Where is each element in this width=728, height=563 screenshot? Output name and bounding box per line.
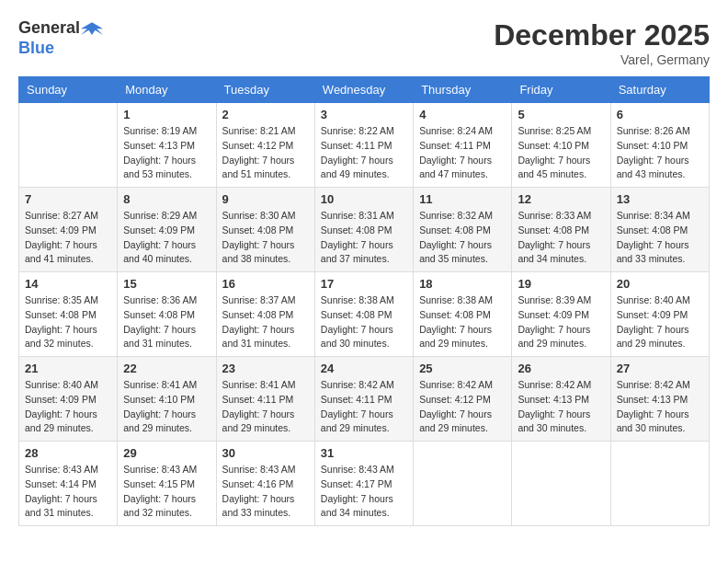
day-number: 12: [518, 192, 604, 206]
day-number: 19: [518, 277, 604, 291]
table-row: 29 Sunrise: 8:43 AM Sunset: 4:15 PM Dayl…: [118, 442, 216, 526]
table-row: 15 Sunrise: 8:36 AM Sunset: 4:08 PM Dayl…: [118, 272, 216, 357]
table-row: 11 Sunrise: 8:32 AM Sunset: 4:08 PM Dayl…: [414, 188, 512, 272]
daylight-text: Daylight: 7 hours and 38 minutes.: [222, 239, 295, 265]
day-info: Sunrise: 8:42 AM Sunset: 4:13 PM Dayligh…: [518, 378, 604, 436]
sunrise-text: Sunrise: 8:24 AM: [419, 125, 493, 136]
header-saturday: Saturday: [610, 77, 709, 103]
sunrise-text: Sunrise: 8:39 AM: [518, 294, 591, 305]
sunset-text: Sunset: 4:09 PM: [617, 309, 688, 320]
header-tuesday: Tuesday: [216, 77, 314, 103]
day-info: Sunrise: 8:26 AM Sunset: 4:10 PM Dayligh…: [617, 124, 703, 182]
day-number: 25: [419, 362, 506, 375]
day-info: Sunrise: 8:25 AM Sunset: 4:10 PM Dayligh…: [518, 124, 604, 182]
sunrise-text: Sunrise: 8:43 AM: [123, 464, 197, 475]
daylight-text: Daylight: 7 hours and 29 minutes.: [419, 408, 492, 434]
day-info: Sunrise: 8:33 AM Sunset: 4:08 PM Dayligh…: [518, 209, 604, 267]
daylight-text: Daylight: 7 hours and 53 minutes.: [123, 155, 196, 180]
table-row: 30 Sunrise: 8:43 AM Sunset: 4:16 PM Dayl…: [216, 442, 314, 526]
daylight-text: Daylight: 7 hours and 31 minutes.: [222, 324, 295, 350]
sunrise-text: Sunrise: 8:41 AM: [222, 379, 296, 390]
header-thursday: Thursday: [414, 77, 512, 103]
sunset-text: Sunset: 4:08 PM: [123, 309, 195, 320]
table-row: 10 Sunrise: 8:31 AM Sunset: 4:08 PM Dayl…: [314, 188, 413, 272]
page-header: General Blue December 2025 Varel, German…: [18, 18, 710, 67]
table-row: 28 Sunrise: 8:43 AM Sunset: 4:14 PM Dayl…: [19, 442, 118, 526]
calendar-week-5: 28 Sunrise: 8:43 AM Sunset: 4:14 PM Dayl…: [19, 442, 710, 526]
table-row: 7 Sunrise: 8:27 AM Sunset: 4:09 PM Dayli…: [19, 188, 118, 272]
table-row: 22 Sunrise: 8:41 AM Sunset: 4:10 PM Dayl…: [118, 357, 216, 442]
sunrise-text: Sunrise: 8:19 AM: [123, 125, 197, 136]
table-row: 27 Sunrise: 8:42 AM Sunset: 4:13 PM Dayl…: [610, 357, 709, 442]
sunrise-text: Sunrise: 8:21 AM: [222, 125, 296, 136]
table-row: 20 Sunrise: 8:40 AM Sunset: 4:09 PM Dayl…: [610, 272, 709, 357]
table-row: 4 Sunrise: 8:24 AM Sunset: 4:11 PM Dayli…: [414, 103, 512, 188]
day-number: 5: [518, 108, 604, 121]
sunset-text: Sunset: 4:09 PM: [518, 309, 589, 320]
table-row: 16 Sunrise: 8:37 AM Sunset: 4:08 PM Dayl…: [216, 272, 314, 357]
day-number: 13: [617, 192, 703, 206]
table-row: 21 Sunrise: 8:40 AM Sunset: 4:09 PM Dayl…: [19, 357, 118, 442]
sunrise-text: Sunrise: 8:30 AM: [222, 210, 296, 221]
calendar-table: Sunday Monday Tuesday Wednesday Thursday…: [18, 76, 710, 526]
day-info: Sunrise: 8:19 AM Sunset: 4:13 PM Dayligh…: [123, 124, 210, 182]
sunrise-text: Sunrise: 8:38 AM: [419, 294, 493, 305]
table-row: 6 Sunrise: 8:26 AM Sunset: 4:10 PM Dayli…: [610, 103, 709, 188]
day-info: Sunrise: 8:42 AM Sunset: 4:13 PM Dayligh…: [617, 378, 703, 436]
day-info: Sunrise: 8:29 AM Sunset: 4:09 PM Dayligh…: [123, 209, 210, 267]
header-friday: Friday: [512, 77, 610, 103]
daylight-text: Daylight: 7 hours and 45 minutes.: [518, 155, 590, 180]
sunset-text: Sunset: 4:13 PM: [123, 140, 195, 151]
day-number: 4: [419, 108, 506, 121]
sunset-text: Sunset: 4:08 PM: [25, 309, 97, 320]
day-info: Sunrise: 8:35 AM Sunset: 4:08 PM Dayligh…: [25, 293, 111, 351]
sunrise-text: Sunrise: 8:22 AM: [321, 125, 394, 136]
daylight-text: Daylight: 7 hours and 34 minutes.: [321, 493, 393, 519]
sunset-text: Sunset: 4:08 PM: [419, 224, 491, 236]
day-number: 21: [25, 362, 111, 375]
day-number: 30: [222, 446, 309, 460]
table-row: 3 Sunrise: 8:22 AM Sunset: 4:11 PM Dayli…: [314, 103, 413, 188]
daylight-text: Daylight: 7 hours and 41 minutes.: [25, 239, 97, 265]
day-number: 31: [321, 446, 407, 460]
month-title: December 2025: [494, 18, 710, 52]
sunrise-text: Sunrise: 8:38 AM: [321, 294, 394, 305]
daylight-text: Daylight: 7 hours and 29 minutes.: [419, 324, 492, 350]
table-row: 19 Sunrise: 8:39 AM Sunset: 4:09 PM Dayl…: [512, 272, 610, 357]
day-info: Sunrise: 8:27 AM Sunset: 4:09 PM Dayligh…: [25, 209, 111, 267]
day-number: 8: [123, 192, 210, 206]
sunrise-text: Sunrise: 8:31 AM: [321, 210, 394, 221]
daylight-text: Daylight: 7 hours and 30 minutes.: [518, 408, 590, 434]
sunrise-text: Sunrise: 8:42 AM: [321, 379, 394, 390]
daylight-text: Daylight: 7 hours and 29 minutes.: [123, 408, 196, 434]
sunrise-text: Sunrise: 8:36 AM: [123, 294, 197, 305]
sunset-text: Sunset: 4:15 PM: [123, 478, 195, 489]
table-row: 14 Sunrise: 8:35 AM Sunset: 4:08 PM Dayl…: [19, 272, 118, 357]
sunrise-text: Sunrise: 8:40 AM: [25, 379, 98, 390]
sunrise-text: Sunrise: 8:25 AM: [518, 125, 591, 136]
daylight-text: Daylight: 7 hours and 32 minutes.: [25, 324, 97, 350]
day-number: 14: [25, 277, 111, 291]
day-info: Sunrise: 8:34 AM Sunset: 4:08 PM Dayligh…: [617, 209, 703, 267]
calendar-week-3: 14 Sunrise: 8:35 AM Sunset: 4:08 PM Dayl…: [19, 272, 710, 357]
daylight-text: Daylight: 7 hours and 33 minutes.: [617, 239, 689, 265]
sunrise-text: Sunrise: 8:27 AM: [25, 210, 98, 221]
header-monday: Monday: [118, 77, 216, 103]
calendar-header-row: Sunday Monday Tuesday Wednesday Thursday…: [19, 77, 710, 103]
day-number: 29: [123, 446, 210, 460]
daylight-text: Daylight: 7 hours and 34 minutes.: [518, 239, 590, 265]
day-number: 18: [419, 277, 506, 291]
day-number: 11: [419, 192, 506, 206]
table-row: 23 Sunrise: 8:41 AM Sunset: 4:11 PM Dayl…: [216, 357, 314, 442]
day-info: Sunrise: 8:37 AM Sunset: 4:08 PM Dayligh…: [222, 293, 309, 351]
table-row: [610, 442, 709, 526]
daylight-text: Daylight: 7 hours and 40 minutes.: [123, 239, 196, 265]
day-info: Sunrise: 8:43 AM Sunset: 4:14 PM Dayligh…: [25, 463, 111, 521]
svg-marker-0: [81, 22, 103, 35]
calendar-week-1: 1 Sunrise: 8:19 AM Sunset: 4:13 PM Dayli…: [19, 103, 710, 188]
logo-bird-icon: [81, 20, 103, 39]
day-info: Sunrise: 8:31 AM Sunset: 4:08 PM Dayligh…: [321, 209, 407, 267]
day-info: Sunrise: 8:40 AM Sunset: 4:09 PM Dayligh…: [617, 293, 703, 351]
day-info: Sunrise: 8:43 AM Sunset: 4:17 PM Dayligh…: [321, 463, 407, 521]
sunset-text: Sunset: 4:09 PM: [25, 224, 97, 236]
